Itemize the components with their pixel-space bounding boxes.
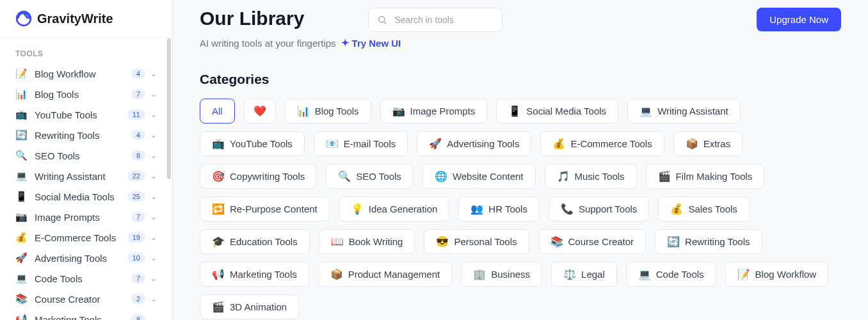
category-chip[interactable]: 📚Course Creator bbox=[538, 229, 647, 254]
category-chip[interactable]: 🔁Re-Purpose Content bbox=[200, 196, 330, 221]
chip-label: YouTube Tools bbox=[230, 138, 293, 149]
chevron-down-icon: ⌄ bbox=[150, 192, 157, 201]
tool-label: Writing Assistant bbox=[35, 171, 127, 182]
chip-label: Image Prompts bbox=[410, 106, 476, 116]
logo[interactable]: GravityWrite bbox=[0, 0, 172, 38]
category-chip[interactable]: ⚖️Legal bbox=[551, 262, 617, 287]
chip-label: Product Management bbox=[348, 269, 440, 280]
tool-icon: 📊 bbox=[15, 88, 27, 100]
category-chip[interactable]: 🎓Education Tools bbox=[200, 229, 310, 254]
category-chip[interactable]: 🔍SEO Tools bbox=[326, 164, 414, 189]
category-chip[interactable]: 📷Image Prompts bbox=[380, 99, 488, 124]
sidebar-item[interactable]: 💻Code Tools7⌄ bbox=[5, 268, 167, 289]
category-chip-all[interactable]: All bbox=[200, 99, 235, 124]
try-new-ui-link[interactable]: ✦ Try New UI bbox=[341, 37, 401, 49]
tool-label: SEO Tools bbox=[35, 150, 131, 161]
sidebar-item[interactable]: 🔍SEO Tools8⌄ bbox=[5, 145, 167, 166]
chip-label: Blog Workflow bbox=[755, 269, 817, 280]
category-chip[interactable]: 📦Product Management bbox=[318, 262, 452, 287]
category-chip[interactable]: 😎Personal Tools bbox=[424, 229, 529, 254]
tool-label: Code Tools bbox=[35, 273, 131, 284]
tool-label: Rewriting Tools bbox=[35, 130, 131, 141]
chip-icon: 📊 bbox=[297, 105, 310, 117]
category-chip[interactable]: 🌐Website Content bbox=[422, 164, 536, 189]
sidebar-item[interactable]: 📝Blog Workflow4⌄ bbox=[5, 63, 167, 84]
category-chip[interactable]: 🎯Copywriting Tools bbox=[200, 164, 317, 189]
search-input[interactable] bbox=[368, 8, 502, 32]
chip-label: E-Commerce Tools bbox=[570, 138, 652, 149]
category-chip[interactable]: 💡Idea Generation bbox=[339, 196, 450, 221]
category-chip[interactable]: 🏢Business bbox=[461, 262, 542, 287]
header-row: Our Library Upgrade Now bbox=[200, 8, 841, 32]
chip-icon: 💰 bbox=[670, 203, 683, 215]
category-chip[interactable]: 💻Writing Assistant bbox=[627, 99, 741, 124]
category-chip[interactable]: 💰E-Commerce Tools bbox=[540, 131, 664, 156]
category-chip-favorites[interactable]: ❤️ bbox=[244, 99, 276, 124]
chip-label: Website Content bbox=[453, 171, 524, 182]
category-chip[interactable]: 📧E-mail Tools bbox=[314, 131, 408, 156]
chip-icon: 📱 bbox=[508, 105, 521, 117]
main-content: Our Library Upgrade Now AI writing tools… bbox=[173, 0, 868, 320]
chip-icon: 🎬 bbox=[658, 170, 671, 182]
category-chip[interactable]: 📢Marketing Tools bbox=[200, 262, 309, 287]
category-chip[interactable]: 📺YouTube Tools bbox=[200, 131, 305, 156]
chevron-down-icon: ⌄ bbox=[150, 294, 157, 303]
tool-count-badge: 8 bbox=[131, 150, 145, 161]
chip-label: Social Media Tools bbox=[526, 106, 606, 116]
category-chip[interactable]: 📦Extras bbox=[673, 131, 743, 156]
chip-icon: 🎓 bbox=[212, 236, 225, 248]
heart-icon: ❤️ bbox=[253, 105, 266, 117]
tool-label: Social Media Tools bbox=[35, 191, 127, 202]
category-chip[interactable]: 📝Blog Workflow bbox=[725, 262, 829, 287]
chip-label: Re-Purpose Content bbox=[230, 204, 317, 214]
svg-point-1 bbox=[379, 17, 385, 22]
chip-icon: 💻 bbox=[638, 268, 651, 280]
tool-icon: 📝 bbox=[15, 68, 27, 79]
sidebar-item[interactable]: 💻Writing Assistant22⌄ bbox=[5, 166, 167, 186]
sidebar-item[interactable]: 📚Course Creator2⌄ bbox=[5, 289, 167, 309]
chip-icon: 📚 bbox=[551, 236, 563, 248]
chip-icon: 📖 bbox=[331, 236, 344, 248]
search-icon bbox=[377, 15, 387, 25]
tool-count-badge: 7 bbox=[131, 212, 145, 222]
sidebar-item[interactable]: 📺YouTube Tools11⌄ bbox=[5, 104, 167, 125]
chip-label: Book Writing bbox=[349, 236, 403, 247]
sidebar-item[interactable]: 💰E-Commerce Tools19⌄ bbox=[5, 227, 167, 248]
chip-label: Course Creator bbox=[568, 236, 634, 247]
chip-label: Personal Tools bbox=[454, 236, 517, 247]
category-chip[interactable]: 📖Book Writing bbox=[319, 229, 415, 254]
category-chip[interactable]: 💻Code Tools bbox=[626, 262, 716, 287]
chip-label: Blog Tools bbox=[315, 106, 359, 116]
categories-title: Categories bbox=[200, 72, 841, 87]
category-chip[interactable]: 👥HR Tools bbox=[458, 196, 540, 221]
sidebar-item[interactable]: 📊Blog Tools7⌄ bbox=[5, 84, 167, 104]
sidebar-tool-list: 📝Blog Workflow4⌄📊Blog Tools7⌄📺YouTube To… bbox=[0, 63, 172, 320]
category-chip[interactable]: 🎵Music Tools bbox=[545, 164, 637, 189]
sidebar-item[interactable]: 📢Marketing Tools8⌄ bbox=[5, 309, 167, 320]
upgrade-button[interactable]: Upgrade Now bbox=[757, 8, 841, 31]
sidebar-item[interactable]: 🚀Advertising Tools10⌄ bbox=[5, 248, 167, 268]
tool-count-badge: 25 bbox=[127, 191, 145, 202]
category-chip[interactable]: 🎬Film Making Tools bbox=[646, 164, 765, 189]
subtitle-row: AI writing tools at your fingertips ✦ Tr… bbox=[200, 37, 841, 49]
category-chip[interactable]: 📊Blog Tools bbox=[285, 99, 371, 124]
chip-icon: 🎯 bbox=[212, 170, 225, 182]
tool-icon: 🔍 bbox=[15, 150, 27, 161]
sidebar-item[interactable]: 📱Social Media Tools25⌄ bbox=[5, 186, 167, 207]
tool-count-badge: 7 bbox=[131, 273, 145, 284]
sidebar-scrollbar[interactable] bbox=[167, 38, 171, 179]
chip-label: All bbox=[212, 106, 223, 116]
sidebar-item[interactable]: 📷Image Prompts7⌄ bbox=[5, 207, 167, 227]
chip-icon: 🔍 bbox=[338, 170, 351, 182]
tool-icon: 📚 bbox=[15, 293, 27, 305]
category-chip[interactable]: 🔄Rewriting Tools bbox=[655, 229, 762, 254]
tool-count-badge: 7 bbox=[131, 89, 145, 99]
category-chip[interactable]: 📱Social Media Tools bbox=[496, 99, 618, 124]
category-chip[interactable]: 💰Sales Tools bbox=[658, 196, 749, 221]
chevron-down-icon: ⌄ bbox=[150, 90, 157, 99]
tool-icon: 🔄 bbox=[15, 129, 27, 141]
category-chip[interactable]: 📞Support Tools bbox=[549, 196, 649, 221]
sidebar-item[interactable]: 🔄Rewriting Tools4⌄ bbox=[5, 125, 167, 145]
category-chip[interactable]: 🎬3D Animation bbox=[200, 294, 299, 319]
category-chip[interactable]: 🚀Advertising Tools bbox=[417, 131, 531, 156]
